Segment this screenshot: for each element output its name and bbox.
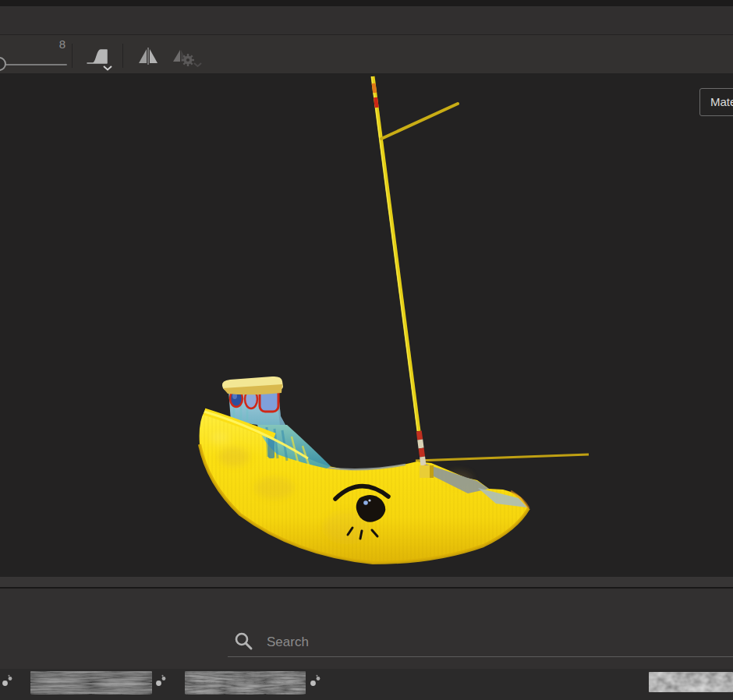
shelf-asset-fur-texture-1[interactable] xyxy=(30,671,152,695)
brush-toolbar: 8 xyxy=(0,35,733,73)
mirror-symmetry-button[interactable] xyxy=(136,46,160,69)
shelf-thumbnail-strip xyxy=(0,669,733,700)
substance-dots-icon xyxy=(2,674,12,691)
substance-dots-icon xyxy=(155,674,166,691)
symmetry-settings-button[interactable] xyxy=(172,46,204,72)
panel-splitter[interactable] xyxy=(0,577,733,589)
brush-size-slider-track[interactable] xyxy=(5,64,67,65)
menubar xyxy=(0,6,733,35)
shelf-asset-fur-texture-2[interactable] xyxy=(185,671,306,695)
titlebar xyxy=(0,0,733,6)
toolbar-separator xyxy=(72,44,73,68)
brush-size-value: 8 xyxy=(45,37,66,51)
shelf-asset-noise-texture[interactable] xyxy=(649,672,733,692)
substance-dots-icon xyxy=(310,674,320,691)
falloff-curve-button[interactable] xyxy=(85,43,116,74)
mirror-symmetry-icon xyxy=(136,57,160,69)
falloff-curve-icon xyxy=(85,62,116,74)
3d-viewport[interactable]: Material xyxy=(0,73,733,577)
display-mode-button[interactable]: Material xyxy=(699,88,733,116)
3d-model-benchy-boat xyxy=(0,73,733,577)
assets-panel xyxy=(0,589,733,669)
search-underline xyxy=(228,656,733,657)
chevron-down-icon xyxy=(194,63,201,66)
symmetry-settings-gear-icon xyxy=(172,60,204,72)
toolbar-separator xyxy=(122,44,123,68)
search-input[interactable] xyxy=(265,630,705,655)
brush-size-slider-handle[interactable] xyxy=(0,57,6,71)
chevron-down-icon xyxy=(104,66,112,70)
search-icon xyxy=(234,631,254,655)
